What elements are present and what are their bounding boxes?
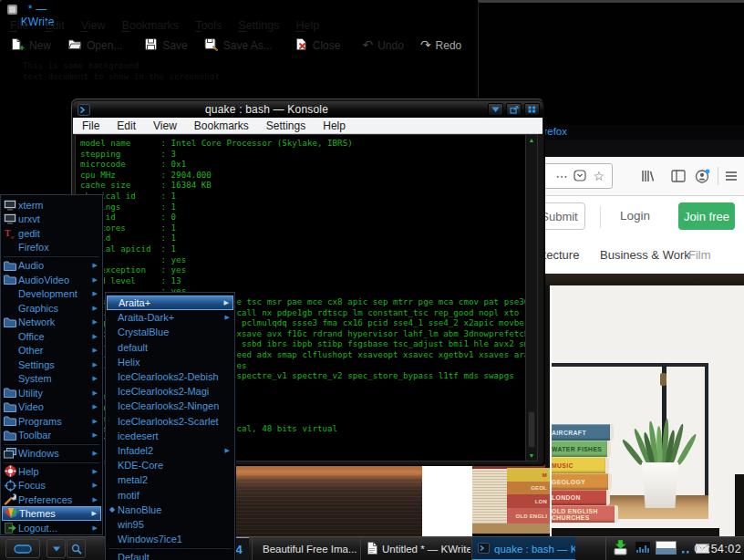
menu-item-video[interactable]: Video▶ xyxy=(2,399,101,414)
menu-item-firefox[interactable]: Firefox xyxy=(2,241,101,255)
scrollbar-thumb[interactable] xyxy=(528,411,535,448)
menu-item-default[interactable]: Default xyxy=(107,550,233,560)
menu-settings[interactable]: Settings xyxy=(230,19,287,32)
menu-item-iceclearlooks2-debish[interactable]: IceClearlooks2-Debish xyxy=(107,369,233,384)
menu-view[interactable]: View xyxy=(73,19,114,32)
menu-hamburger-icon[interactable] xyxy=(723,168,739,184)
pocket-icon[interactable] xyxy=(574,170,586,182)
dots-tray-icon[interactable] xyxy=(682,541,690,557)
menu-bookmarks[interactable]: Bookmarks xyxy=(185,119,257,132)
menu-item-audio[interactable]: Audio▶ xyxy=(2,258,101,273)
library-icon[interactable] xyxy=(639,168,656,184)
menu-tools[interactable]: Tools xyxy=(187,19,230,32)
menu-item-default[interactable]: default xyxy=(107,340,233,355)
menu-item-settings[interactable]: Settings▶ xyxy=(2,358,101,372)
menu-item-crystalblue[interactable]: CrystalBlue xyxy=(107,325,233,339)
undo-button[interactable]: ↶Undo xyxy=(354,35,411,56)
menu-item-iceclearlooks2-magi[interactable]: IceClearlooks2-Magi xyxy=(107,384,233,399)
menu-item-preferences[interactable]: Preferences▶ xyxy=(2,493,101,507)
menu-edit[interactable]: Edit xyxy=(36,19,73,32)
find-button[interactable] xyxy=(67,539,86,558)
menu-item-xterm[interactable]: xterm xyxy=(2,198,101,213)
menu-item-win95[interactable]: win95 xyxy=(107,517,233,532)
menu-item-nanoblue[interactable]: ◆NanoBlue xyxy=(107,503,233,517)
window-list-button[interactable] xyxy=(46,539,66,558)
save-button[interactable]: Save xyxy=(136,35,195,56)
account-icon[interactable] xyxy=(694,168,710,184)
menu-item-iceclearlooks2-ningen[interactable]: IceClearlooks2-Ningen xyxy=(107,399,233,413)
photo-sunset-sea[interactable] xyxy=(233,463,422,536)
menu-item-metal2[interactable]: metal2 xyxy=(107,472,233,487)
menu-item-label: Settings xyxy=(18,359,93,370)
overflow-menu-icon[interactable]: ⋯ xyxy=(555,170,567,183)
menu-item-motif[interactable]: motif xyxy=(107,488,233,503)
bookmark-star-icon[interactable]: ☆ xyxy=(593,169,604,183)
menu-item-kde-core[interactable]: KDE-Core xyxy=(107,458,233,472)
scroll-down-icon[interactable]: ▼ xyxy=(526,452,537,459)
taskbar-task-button[interactable]: Beautiful Free Ima... xyxy=(252,537,359,560)
menu-item-network[interactable]: Network▶ xyxy=(2,315,101,329)
package-tray-icon[interactable] xyxy=(612,540,630,559)
konsole-titlebar[interactable]: quake : bash — Konsole xyxy=(72,101,543,118)
kwrite-window[interactable]: Untitled * — KWrite FileEditViewBookmark… xyxy=(0,0,2,2)
maximize-window-button[interactable] xyxy=(506,103,522,116)
menu-file[interactable]: File xyxy=(2,19,36,32)
menu-bookmarks[interactable]: Bookmarks xyxy=(114,19,188,32)
book-spine: OLD ENGLISH CHURCHES xyxy=(552,505,618,523)
login-link[interactable]: Login xyxy=(620,209,650,223)
menu-item-help[interactable]: Help▶ xyxy=(2,464,101,479)
menu-item-helix[interactable]: Helix xyxy=(107,355,233,369)
menu-item-gedit[interactable]: Tegedit xyxy=(2,226,101,241)
menu-item-araita-dark-[interactable]: Araita-Dark+▶ xyxy=(107,310,233,325)
nav-link-film[interactable]: Film xyxy=(688,248,711,262)
menu-item-icedesert[interactable]: icedesert xyxy=(107,429,233,443)
new-button[interactable]: New xyxy=(2,35,59,56)
join-free-button[interactable]: Join free xyxy=(678,202,735,230)
menu-item-label: IceClearlooks2-Ningen xyxy=(118,400,233,411)
menu-item-audiovideo[interactable]: AudioVideo▶ xyxy=(2,273,101,287)
menu-item-iceclearlooks2-scarlet[interactable]: IceClearlooks2-Scarlet xyxy=(107,414,233,429)
close-window-button[interactable] xyxy=(524,103,540,116)
start-menu-button[interactable] xyxy=(5,539,40,558)
open----button[interactable]: Open... xyxy=(59,35,130,56)
taskbar-task-active[interactable]: quake : bash — Ko... xyxy=(471,537,575,560)
menu-view[interactable]: View xyxy=(144,119,185,132)
redo-button[interactable]: ↷Redo xyxy=(412,35,470,56)
menu-item-graphics[interactable]: Graphics▶ xyxy=(2,301,101,316)
menu-item-development[interactable]: Development▶ xyxy=(2,286,101,301)
menu-item-focus[interactable]: Focus▶ xyxy=(2,478,101,493)
menu-help[interactable]: Help xyxy=(288,19,328,32)
menu-item-themes[interactable]: Themes▶ xyxy=(2,506,101,521)
menu-item-logout-[interactable]: Logout...▶ xyxy=(2,521,101,535)
menu-edit[interactable]: Edit xyxy=(108,119,144,132)
nav-link-business-work[interactable]: Business & Work xyxy=(600,248,690,262)
save-as----button[interactable]: Save As... xyxy=(196,35,281,56)
shelf-bracket xyxy=(660,373,666,386)
menu-item-utility[interactable]: Utility▶ xyxy=(2,386,101,400)
sidebar-icon[interactable] xyxy=(670,168,687,184)
terminal-line: cpu MHz : 2904.000 xyxy=(80,170,212,181)
close-button[interactable]: Close xyxy=(286,35,349,56)
menu-item-other[interactable]: Other▶ xyxy=(2,343,101,358)
folder-icon xyxy=(2,402,18,412)
scroll-up-icon[interactable]: ▲ xyxy=(526,137,537,143)
shade-window-button[interactable] xyxy=(488,103,503,116)
menu-settings[interactable]: Settings xyxy=(257,119,314,132)
menu-item-toolbar[interactable]: Toolbar▶ xyxy=(2,428,101,442)
menu-item-infadel2[interactable]: Infadel2▶ xyxy=(107,443,233,458)
menu-item-programs[interactable]: Programs▶ xyxy=(2,414,101,429)
menu-help[interactable]: Help xyxy=(314,119,354,132)
monitor-tray-icon[interactable] xyxy=(656,541,677,558)
taskbar-task-button[interactable]: Untitled * — KWrite xyxy=(360,537,470,560)
menu-item-office[interactable]: Office▶ xyxy=(2,329,101,344)
menu-item-system[interactable]: System▶ xyxy=(2,371,101,386)
chart-tray-icon[interactable] xyxy=(636,541,650,557)
terminal-scrollbar[interactable]: ▲ ▼ xyxy=(525,135,537,461)
menu-item-windows7ice1[interactable]: Windows7ice1 xyxy=(107,532,233,546)
menu-item-urxvt[interactable]: urxvt xyxy=(2,213,101,227)
photo-shelf-books[interactable]: AIRCRAFTWATER FISHESMUSICGEOLOGYLONDONOL… xyxy=(552,285,744,536)
menu-item-windows[interactable]: Windows▶ xyxy=(2,446,101,461)
menu-file[interactable]: File xyxy=(73,119,108,132)
konsole-menubar: FileEditViewBookmarksSettingsHelp xyxy=(73,118,542,134)
menu-item-araita-[interactable]: Araita+▶ xyxy=(107,296,233,310)
